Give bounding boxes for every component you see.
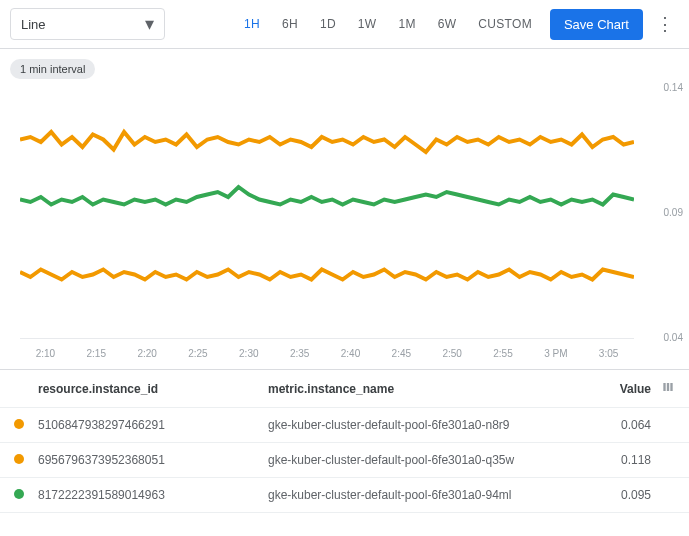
legend-name: gke-kuber-cluster-default-pool-6fe301a0-… — [268, 488, 596, 502]
series-line — [20, 270, 634, 280]
legend-name: gke-kuber-cluster-default-pool-6fe301a0-… — [268, 418, 596, 432]
range-1w[interactable]: 1W — [348, 11, 387, 37]
legend-id: 8172222391589014963 — [38, 488, 268, 502]
x-axis-line — [20, 338, 634, 339]
legend-row[interactable]: 6956796373952368051gke-kuber-cluster-def… — [0, 443, 689, 478]
swatch-cell — [14, 488, 38, 502]
chart-plot[interactable] — [20, 87, 634, 337]
range-6w[interactable]: 6W — [428, 11, 467, 37]
x-tick-label: 3:05 — [599, 348, 618, 359]
legend-name: gke-kuber-cluster-default-pool-6fe301a0-… — [268, 453, 596, 467]
legend-header-name: metric.instance_name — [268, 382, 596, 396]
series-line — [20, 187, 634, 205]
y-tick-label: 0.14 — [664, 82, 683, 93]
chart-type-label: Line — [21, 17, 46, 32]
legend-header-id: resource.instance_id — [38, 382, 268, 396]
legend-row[interactable]: 5106847938297466291gke-kuber-cluster-def… — [0, 408, 689, 443]
overflow-menu-button[interactable]: ⋮ — [651, 10, 679, 38]
legend-table: resource.instance_id metric.instance_nam… — [0, 369, 689, 513]
x-tick-label: 2:25 — [188, 348, 207, 359]
y-tick-label: 0.09 — [664, 207, 683, 218]
chart-type-select[interactable]: Line ▾ — [10, 8, 165, 40]
x-tick-label: 2:15 — [87, 348, 106, 359]
x-tick-label: 2:40 — [341, 348, 360, 359]
range-6h[interactable]: 6H — [272, 11, 308, 37]
y-tick-label: 0.04 — [664, 332, 683, 343]
legend-value: 0.118 — [596, 453, 651, 467]
x-tick-label: 2:55 — [493, 348, 512, 359]
series-swatch — [14, 419, 24, 429]
interval-chip[interactable]: 1 min interval — [10, 59, 95, 79]
chart-area: 0.040.090.14 2:102:152:202:252:302:352:4… — [0, 79, 689, 369]
legend-row[interactable]: 8172222391589014963gke-kuber-cluster-def… — [0, 478, 689, 513]
chart-svg — [20, 87, 634, 337]
legend-rows: 5106847938297466291gke-kuber-cluster-def… — [0, 408, 689, 513]
range-custom[interactable]: CUSTOM — [468, 11, 542, 37]
legend-header-row: resource.instance_id metric.instance_nam… — [0, 370, 689, 408]
x-tick-label: 2:35 — [290, 348, 309, 359]
x-tick-label: 2:45 — [392, 348, 411, 359]
legend-value: 0.095 — [596, 488, 651, 502]
more-vert-icon: ⋮ — [656, 13, 674, 35]
x-tick-label: 2:20 — [137, 348, 156, 359]
swatch-cell — [14, 453, 38, 467]
swatch-cell — [14, 418, 38, 432]
view-column-icon — [661, 381, 675, 397]
toolbar: Line ▾ 1H6H1D1W1M6WCUSTOM Save Chart ⋮ — [0, 0, 689, 49]
x-axis-labels: 2:102:152:202:252:302:352:402:452:502:55… — [20, 348, 634, 359]
time-range-tabs: 1H6H1D1W1M6WCUSTOM — [234, 11, 542, 37]
range-1m[interactable]: 1M — [388, 11, 425, 37]
sub-toolbar: 1 min interval — [0, 49, 689, 79]
x-tick-label: 3 PM — [544, 348, 567, 359]
series-swatch — [14, 454, 24, 464]
legend-id: 6956796373952368051 — [38, 453, 268, 467]
legend-header-value: Value — [596, 382, 651, 396]
legend-id: 5106847938297466291 — [38, 418, 268, 432]
x-tick-label: 2:10 — [36, 348, 55, 359]
legend-value: 0.064 — [596, 418, 651, 432]
range-1d[interactable]: 1D — [310, 11, 346, 37]
range-1h[interactable]: 1H — [234, 11, 270, 37]
x-tick-label: 2:50 — [442, 348, 461, 359]
series-swatch — [14, 489, 24, 499]
x-tick-label: 2:30 — [239, 348, 258, 359]
save-chart-button[interactable]: Save Chart — [550, 9, 643, 40]
legend-columns-button[interactable] — [651, 380, 675, 397]
series-line — [20, 132, 634, 152]
dropdown-arrow-icon: ▾ — [145, 13, 154, 35]
